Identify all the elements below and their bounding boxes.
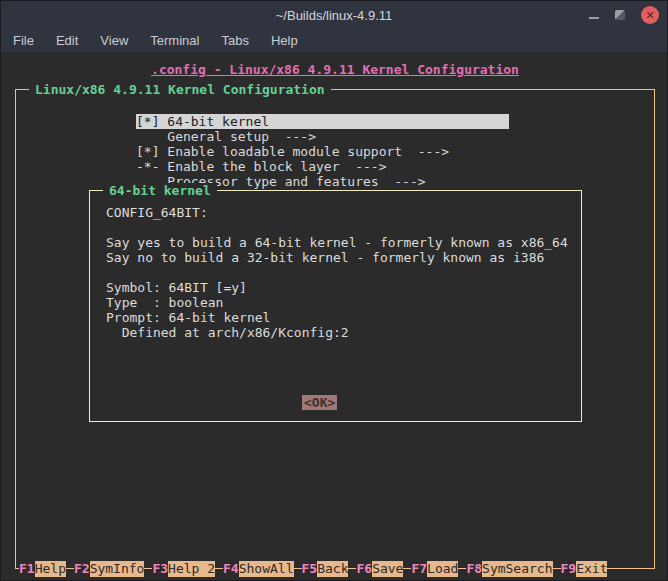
menubar-item-view[interactable]: View [100, 33, 128, 48]
window-controls: ✕ [589, 1, 659, 29]
menubar-item-terminal[interactable]: Terminal [150, 33, 199, 48]
menu-bar: FileEditViewTerminalTabsHelp [1, 29, 667, 53]
menubar-item-file[interactable]: File [13, 33, 34, 48]
menubar-item-help[interactable]: Help [271, 33, 298, 48]
fkey-f4[interactable]: F4ShowAll [223, 561, 293, 577]
menubar-item-edit[interactable]: Edit [56, 33, 78, 48]
terminal-screen: .config - Linux/x86 4.9.11 Kernel Config… [1, 53, 668, 581]
fkey-label: F9 [561, 561, 577, 577]
terminal-window: ~/Builds/linux-4.9.11 ✕ FileEditViewTerm… [0, 0, 668, 581]
config-menu-item[interactable]: -*- Enable the block layer ---> [136, 159, 509, 174]
fkey-f9[interactable]: F9Exit [561, 561, 608, 577]
fkey-action-label: Exit [576, 561, 607, 577]
config-menu-item[interactable]: [*] Enable loadable module support ---> [136, 144, 509, 159]
close-icon[interactable]: ✕ [641, 6, 659, 24]
restore-icon[interactable] [615, 10, 625, 20]
menubar-item-tabs[interactable]: Tabs [221, 33, 248, 48]
main-config-box-title: Linux/x86 4.9.11 Kernel Configuration [29, 82, 331, 97]
config-menu-item[interactable]: [*] 64-bit kernel [136, 114, 509, 129]
fkey-action-label: Back [317, 561, 348, 577]
window-title: ~/Builds/linux-4.9.11 [276, 8, 392, 23]
fkey-label: F2 [74, 561, 90, 577]
fkey-action-label: SymSearch [482, 561, 552, 577]
fkey-label: F7 [411, 561, 427, 577]
config-menu-list: [*] 64-bit kernel General setup --->[*] … [136, 114, 509, 189]
fkey-f2[interactable]: F2SymInfo [74, 561, 144, 577]
minimize-icon[interactable] [589, 17, 599, 19]
fkey-f3[interactable]: F3Help 2 [152, 561, 215, 577]
kconfig-header: .config - Linux/x86 4.9.11 Kernel Config… [1, 62, 668, 77]
fkey-label: F1 [19, 561, 35, 577]
fkey-action-label: ShowAll [239, 561, 294, 577]
fkey-label: F3 [152, 561, 168, 577]
help-dialog-text: CONFIG_64BIT: Say yes to build a 64-bit … [106, 205, 568, 340]
fkey-f5[interactable]: F5Back [302, 561, 349, 577]
fkey-label: F8 [466, 561, 482, 577]
fkey-action-label: Load [427, 561, 458, 577]
fkey-label: F5 [302, 561, 318, 577]
fkey-action-label: Save [372, 561, 403, 577]
fkey-f7[interactable]: F7Load [411, 561, 458, 577]
help-dialog: CONFIG_64BIT: Say yes to build a 64-bit … [89, 190, 582, 422]
fkey-f1[interactable]: F1Help [19, 561, 66, 577]
fkey-label: F4 [223, 561, 239, 577]
fkey-action-label: SymInfo [90, 561, 145, 577]
fkey-label: F6 [356, 561, 372, 577]
ok-button[interactable]: <OK> [302, 395, 337, 410]
fkey-action-label: Help 2 [168, 561, 215, 577]
fkey-action-label: Help [35, 561, 66, 577]
window-titlebar: ~/Builds/linux-4.9.11 ✕ [1, 1, 667, 29]
function-key-bar: F1HelpF2SymInfoF3Help 2F4ShowAllF5BackF6… [19, 561, 607, 577]
config-menu-item[interactable]: General setup ---> [136, 129, 509, 144]
fkey-f8[interactable]: F8SymSearch [466, 561, 552, 577]
fkey-f6[interactable]: F6Save [356, 561, 403, 577]
help-dialog-title: 64-bit kernel [103, 183, 217, 198]
